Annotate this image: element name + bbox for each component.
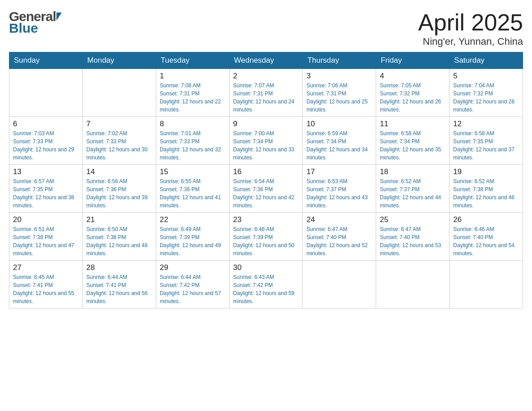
calendar-day-cell: 2Sunrise: 7:07 AMSunset: 7:31 PMDaylight…	[229, 69, 303, 117]
day-number: 21	[86, 215, 152, 224]
day-info: Sunrise: 6:59 AMSunset: 7:34 PMDaylight:…	[306, 129, 372, 162]
day-info: Sunrise: 6:47 AMSunset: 7:40 PMDaylight:…	[306, 225, 372, 257]
day-number: 4	[380, 72, 446, 81]
day-info: Sunrise: 6:51 AMSunset: 7:38 PMDaylight:…	[13, 225, 79, 257]
calendar-week-row: 27Sunrise: 6:45 AMSunset: 7:41 PMDayligh…	[9, 261, 523, 308]
calendar-header-tuesday: Tuesday	[156, 52, 229, 69]
calendar-week-row: 20Sunrise: 6:51 AMSunset: 7:38 PMDayligh…	[9, 213, 523, 261]
day-number: 11	[380, 120, 446, 128]
calendar-day-cell: 4Sunrise: 7:05 AMSunset: 7:32 PMDaylight…	[376, 69, 450, 117]
calendar-header-saturday: Saturday	[450, 52, 523, 69]
day-number: 20	[13, 215, 79, 224]
day-number: 10	[306, 120, 372, 128]
calendar-header-friday: Friday	[376, 52, 450, 69]
calendar-day-cell	[9, 69, 83, 117]
calendar-header-sunday: Sunday	[9, 52, 83, 69]
calendar-day-cell: 18Sunrise: 6:52 AMSunset: 7:37 PMDayligh…	[376, 165, 450, 213]
day-number: 17	[306, 167, 372, 176]
calendar-day-cell: 28Sunrise: 6:44 AMSunset: 7:41 PMDayligh…	[82, 261, 156, 308]
calendar-header-monday: Monday	[82, 52, 156, 69]
location-text: Ning'er, Yunnan, China	[418, 36, 523, 47]
calendar-day-cell: 30Sunrise: 6:43 AMSunset: 7:42 PMDayligh…	[229, 261, 303, 308]
day-number: 16	[233, 167, 299, 176]
day-number: 15	[160, 167, 226, 176]
calendar-day-cell: 24Sunrise: 6:47 AMSunset: 7:40 PMDayligh…	[303, 213, 376, 261]
title-section: April 2025 Ning'er, Yunnan, China	[418, 9, 523, 47]
calendar-day-cell: 6Sunrise: 7:03 AMSunset: 7:33 PMDaylight…	[9, 117, 83, 165]
calendar-day-cell	[450, 261, 523, 308]
calendar-day-cell: 25Sunrise: 6:47 AMSunset: 7:40 PMDayligh…	[376, 213, 450, 261]
day-info: Sunrise: 6:52 AMSunset: 7:37 PMDaylight:…	[380, 177, 446, 210]
day-info: Sunrise: 7:00 AMSunset: 7:34 PMDaylight:…	[233, 129, 299, 162]
calendar-week-row: 13Sunrise: 6:57 AMSunset: 7:35 PMDayligh…	[9, 165, 523, 213]
day-info: Sunrise: 6:47 AMSunset: 7:40 PMDaylight:…	[380, 225, 446, 257]
day-info: Sunrise: 6:44 AMSunset: 7:41 PMDaylight:…	[86, 273, 152, 305]
day-info: Sunrise: 6:49 AMSunset: 7:39 PMDaylight:…	[160, 225, 226, 257]
day-info: Sunrise: 6:44 AMSunset: 7:42 PMDaylight:…	[160, 273, 226, 305]
day-number: 30	[233, 263, 299, 272]
day-number: 6	[13, 120, 79, 128]
day-info: Sunrise: 6:50 AMSunset: 7:38 PMDaylight:…	[86, 225, 152, 257]
day-info: Sunrise: 7:04 AMSunset: 7:32 PMDaylight:…	[453, 81, 519, 114]
day-info: Sunrise: 6:56 AMSunset: 7:36 PMDaylight:…	[86, 177, 152, 210]
day-number: 26	[453, 215, 519, 224]
calendar-week-row: 6Sunrise: 7:03 AMSunset: 7:33 PMDaylight…	[9, 117, 523, 165]
calendar-day-cell	[376, 261, 450, 308]
calendar-day-cell	[303, 261, 376, 308]
calendar-day-cell: 23Sunrise: 6:48 AMSunset: 7:39 PMDayligh…	[229, 213, 303, 261]
calendar-header-row: SundayMondayTuesdayWednesdayThursdayFrid…	[9, 52, 523, 69]
page-header: General Blue April 2025 Ning'er, Yunnan,…	[9, 9, 523, 47]
calendar-day-cell: 14Sunrise: 6:56 AMSunset: 7:36 PMDayligh…	[82, 165, 156, 213]
calendar-day-cell: 21Sunrise: 6:50 AMSunset: 7:38 PMDayligh…	[82, 213, 156, 261]
calendar-day-cell: 1Sunrise: 7:08 AMSunset: 7:31 PMDaylight…	[156, 69, 229, 117]
calendar-day-cell: 26Sunrise: 6:46 AMSunset: 7:40 PMDayligh…	[450, 213, 523, 261]
day-info: Sunrise: 6:58 AMSunset: 7:34 PMDaylight:…	[380, 129, 446, 162]
day-info: Sunrise: 6:48 AMSunset: 7:39 PMDaylight:…	[233, 225, 299, 257]
day-info: Sunrise: 6:52 AMSunset: 7:38 PMDaylight:…	[453, 177, 519, 210]
calendar-day-cell: 20Sunrise: 6:51 AMSunset: 7:38 PMDayligh…	[9, 213, 83, 261]
day-info: Sunrise: 6:45 AMSunset: 7:41 PMDaylight:…	[13, 273, 79, 305]
calendar-day-cell: 16Sunrise: 6:54 AMSunset: 7:36 PMDayligh…	[229, 165, 303, 213]
calendar-day-cell: 10Sunrise: 6:59 AMSunset: 7:34 PMDayligh…	[303, 117, 376, 165]
day-info: Sunrise: 7:08 AMSunset: 7:31 PMDaylight:…	[160, 81, 226, 114]
day-info: Sunrise: 6:43 AMSunset: 7:42 PMDaylight:…	[233, 273, 299, 305]
day-info: Sunrise: 6:46 AMSunset: 7:40 PMDaylight:…	[453, 225, 519, 257]
calendar-day-cell: 9Sunrise: 7:00 AMSunset: 7:34 PMDaylight…	[229, 117, 303, 165]
day-number: 7	[86, 120, 152, 128]
day-info: Sunrise: 6:57 AMSunset: 7:35 PMDaylight:…	[13, 177, 79, 210]
month-title: April 2025	[418, 9, 523, 36]
calendar-day-cell: 3Sunrise: 7:06 AMSunset: 7:31 PMDaylight…	[303, 69, 376, 117]
day-number: 27	[13, 263, 79, 272]
day-number: 3	[306, 72, 372, 81]
day-number: 19	[453, 167, 519, 176]
calendar-day-cell: 7Sunrise: 7:02 AMSunset: 7:33 PMDaylight…	[82, 117, 156, 165]
calendar-day-cell: 22Sunrise: 6:49 AMSunset: 7:39 PMDayligh…	[156, 213, 229, 261]
logo-blue-text: Blue	[9, 21, 62, 36]
day-info: Sunrise: 6:58 AMSunset: 7:35 PMDaylight:…	[453, 129, 519, 162]
day-number: 28	[86, 263, 152, 272]
calendar-day-cell: 17Sunrise: 6:53 AMSunset: 7:37 PMDayligh…	[303, 165, 376, 213]
day-number: 18	[380, 167, 446, 176]
day-number: 25	[380, 215, 446, 224]
calendar-day-cell: 27Sunrise: 6:45 AMSunset: 7:41 PMDayligh…	[9, 261, 83, 308]
day-info: Sunrise: 7:01 AMSunset: 7:33 PMDaylight:…	[160, 129, 226, 162]
calendar-day-cell: 13Sunrise: 6:57 AMSunset: 7:35 PMDayligh…	[9, 165, 83, 213]
day-info: Sunrise: 6:53 AMSunset: 7:37 PMDaylight:…	[306, 177, 372, 210]
day-number: 24	[306, 215, 372, 224]
calendar-day-cell	[82, 69, 156, 117]
logo: General Blue	[9, 9, 62, 36]
calendar-day-cell: 11Sunrise: 6:58 AMSunset: 7:34 PMDayligh…	[376, 117, 450, 165]
day-number: 2	[233, 72, 299, 81]
day-number: 12	[453, 120, 519, 128]
calendar-header-wednesday: Wednesday	[229, 52, 303, 69]
day-number: 14	[86, 167, 152, 176]
calendar-table: SundayMondayTuesdayWednesdayThursdayFrid…	[9, 52, 523, 308]
day-number: 23	[233, 215, 299, 224]
day-number: 29	[160, 263, 226, 272]
logo-triangle-icon	[56, 13, 62, 21]
day-info: Sunrise: 7:07 AMSunset: 7:31 PMDaylight:…	[233, 81, 299, 114]
calendar-day-cell: 12Sunrise: 6:58 AMSunset: 7:35 PMDayligh…	[450, 117, 523, 165]
day-number: 5	[453, 72, 519, 81]
calendar-header-thursday: Thursday	[303, 52, 376, 69]
day-info: Sunrise: 7:06 AMSunset: 7:31 PMDaylight:…	[306, 81, 372, 114]
